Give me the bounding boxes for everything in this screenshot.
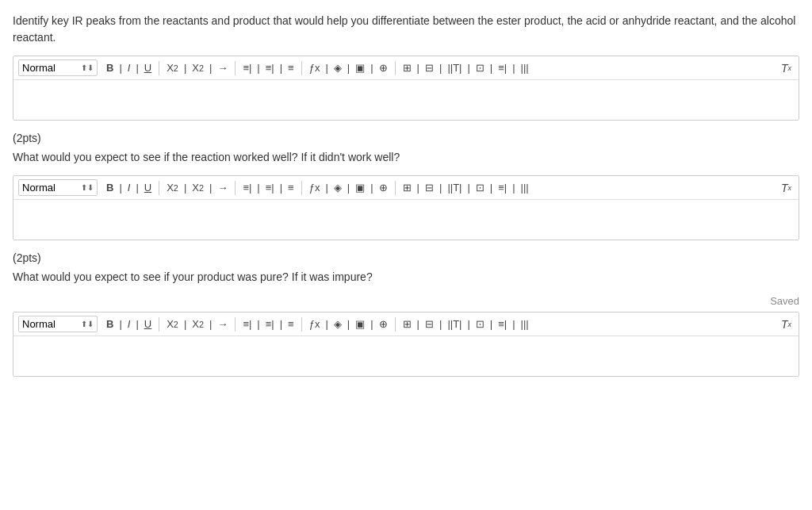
indent-btn-1[interactable]: ≡ [285,60,297,75]
underline-btn-1[interactable]: U [142,60,154,75]
embed-btn-3[interactable]: ▣ [353,316,367,332]
image-btn-2[interactable]: ⊡ [473,180,487,195]
subscript-btn-1[interactable]: X2 [164,60,181,75]
table2-btn-3[interactable]: ⊟ [423,316,436,332]
indent-btn-2[interactable]: ≡ [285,180,297,195]
special-btn-3[interactable]: ◈ [331,316,344,332]
embed-btn-1[interactable]: ▣ [353,60,367,75]
underline-btn-2[interactable]: U [142,180,154,195]
clear-format-btn-2[interactable]: Tx [779,180,794,196]
sep-b-2 [235,181,236,195]
sep5-1: | [255,60,262,75]
list-ul-btn-3[interactable]: ≡| [263,316,277,332]
column-btn-1[interactable]: ||T| [445,60,464,75]
link-btn-1[interactable]: ⊕ [377,60,390,75]
italic-btn-2[interactable]: I [125,180,133,195]
editor-2-body[interactable] [13,200,799,240]
arrow-btn-2[interactable]: → [215,180,230,195]
underline-btn-3[interactable]: U [142,316,154,332]
superscript-btn-2[interactable]: X2 [190,180,206,195]
style-select-3[interactable]: Normal [22,318,67,330]
superscript-btn-3[interactable]: X2 [190,316,206,332]
intro-question: Identify key IR peaks from the reactants… [13,13,799,46]
sep2-1: | [133,60,140,75]
format-group-3: B | I | U [104,316,154,332]
align-btn-1[interactable]: ≡| [496,60,509,75]
style-select-wrapper-2[interactable]: Normal ⬆⬇ [18,179,98,196]
list-group-1: ≡| | ≡| | ≡ [240,60,296,75]
editor-3-body[interactable] [13,336,799,376]
sep-b-3 [235,317,236,332]
list-ul-btn-2[interactable]: ≡| [263,180,277,195]
sep-c-1 [301,61,302,75]
style-select-wrapper-1[interactable]: Normal ⬆⬇ [18,59,98,76]
sep8-1: | [345,60,352,75]
table-btn-1[interactable]: ⊞ [400,60,414,75]
table-btn-2[interactable]: ⊞ [400,180,414,195]
formula-btn-3[interactable]: ƒx [307,316,323,332]
style-select-wrapper-3[interactable]: Normal ⬆⬇ [18,316,98,332]
sep-b-1 [235,61,236,75]
bold-btn-2[interactable]: B [104,180,116,195]
format-group-1: B | I | U [104,60,154,75]
select-arrow-2: ⬆⬇ [81,183,94,192]
italic-btn-1[interactable]: I [125,60,133,75]
sub-sup-group-2: X2 | X2 | → [164,180,230,195]
align-btn-2[interactable]: ≡| [496,180,509,195]
editor-1-toolbar: Normal ⬆⬇ B | I | U X2 | X2 | → ≡| | ≡| … [13,56,799,80]
sep7-1: | [323,60,330,75]
link-btn-3[interactable]: ⊕ [377,316,390,332]
sep-d-2 [395,181,396,195]
special-btn-1[interactable]: ◈ [331,60,344,75]
list-ol-btn-2[interactable]: ≡| [240,180,254,195]
style-select-2[interactable]: Normal [22,182,67,194]
insert-group-2: ƒx | ◈ | ▣ | ⊕ [307,180,390,195]
points-label-2: (2pts) [13,132,799,144]
table2-btn-1[interactable]: ⊟ [423,60,436,75]
image-btn-1[interactable]: ⊡ [473,60,487,75]
sub-sup-group-3: X2 | X2 | → [164,316,230,332]
superscript-btn-1[interactable]: X2 [190,60,206,75]
sep-a-1 [159,61,159,75]
chart-btn-1[interactable]: ||| [519,60,531,75]
bold-btn-3[interactable]: B [104,316,116,332]
column-btn-3[interactable]: ||T| [445,316,464,332]
column-btn-2[interactable]: ||T| [445,180,464,195]
chart-btn-3[interactable]: ||| [519,316,531,332]
table2-btn-2[interactable]: ⊟ [423,180,436,195]
format-group-2: B | I | U [104,180,154,195]
sep-d-1 [395,61,396,75]
arrow-btn-1[interactable]: → [215,60,230,75]
table-btn-3[interactable]: ⊞ [400,316,414,332]
sep4-1: | [207,60,214,75]
image-btn-3[interactable]: ⊡ [473,316,487,332]
question-2: What would you expect to see if the reac… [13,149,799,166]
clear-format-btn-3[interactable]: Tx [779,316,794,332]
list-ol-btn-3[interactable]: ≡| [240,316,254,332]
sep10-1: | [415,60,422,75]
select-arrow-1: ⬆⬇ [81,63,94,72]
formula-btn-2[interactable]: ƒx [307,180,323,195]
link-btn-2[interactable]: ⊕ [377,180,390,195]
sep11-1: | [437,60,444,75]
editor-1-body[interactable] [13,80,799,120]
special-btn-2[interactable]: ◈ [331,180,344,195]
chart-btn-2[interactable]: ||| [519,180,531,195]
list-ul-btn-1[interactable]: ≡| [263,60,277,75]
question-3: What would you expect to see if your pro… [13,269,799,286]
arrow-btn-3[interactable]: → [215,316,230,332]
list-ol-btn-1[interactable]: ≡| [240,60,254,75]
bold-btn-1[interactable]: B [104,60,116,75]
sep-c-2 [301,181,302,195]
sep13-1: | [488,60,495,75]
indent-btn-3[interactable]: ≡ [285,316,297,332]
subscript-btn-3[interactable]: X2 [164,316,181,332]
align-btn-3[interactable]: ≡| [496,316,509,332]
style-select-1[interactable]: Normal [22,62,67,74]
italic-btn-3[interactable]: I [125,316,133,332]
clear-format-btn-1[interactable]: Tx [779,60,794,76]
list-group-2: ≡| | ≡| | ≡ [240,180,296,195]
formula-btn-1[interactable]: ƒx [307,60,323,75]
embed-btn-2[interactable]: ▣ [353,180,367,195]
subscript-btn-2[interactable]: X2 [164,180,181,195]
